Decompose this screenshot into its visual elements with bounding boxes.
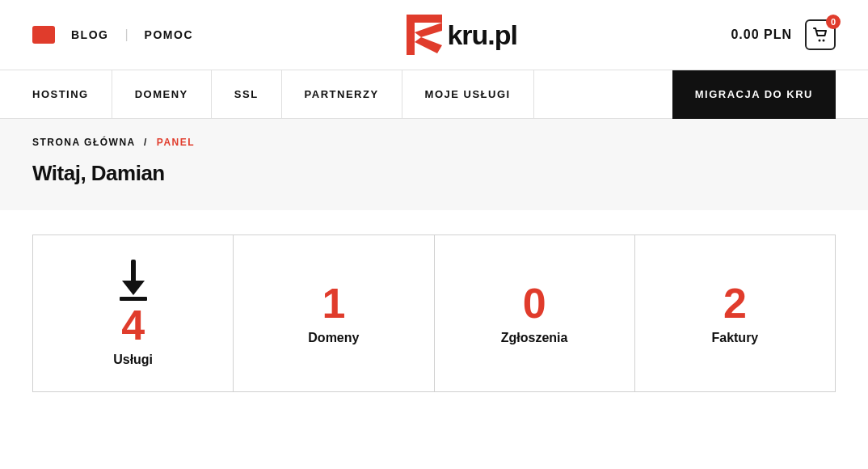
blog-icon — [32, 26, 55, 44]
top-bar-left: BLOG | POMOC — [32, 26, 193, 44]
arrow-head — [122, 281, 145, 295]
card-zgloszenia[interactable]: 0 Zgłoszenia — [434, 234, 635, 392]
nav-bar: HOSTING DOMENY SSL PARTNERZY MOJE USŁUGI… — [0, 70, 868, 119]
nav-item-domeny[interactable]: DOMENY — [112, 70, 212, 119]
cart-svg — [812, 27, 828, 43]
svg-point-4 — [818, 40, 820, 42]
logo-icon — [407, 15, 442, 55]
nav-item-hosting[interactable]: HOSTING — [32, 70, 112, 119]
breadcrumb-area: STRONA GŁÓWNA / PANEL — [0, 119, 868, 148]
breadcrumb-separator: / — [144, 137, 152, 148]
migration-cta-button[interactable]: MIGRACJA DO KRU — [672, 70, 836, 119]
card-uslugi[interactable]: 4 Usługi — [32, 234, 234, 392]
card-domeny[interactable]: 1 Domeny — [233, 234, 434, 392]
svg-marker-1 — [407, 15, 415, 55]
cards-area: 4 Usługi 1 Domeny 0 Zgłoszenia 2 Faktury — [0, 210, 868, 425]
nav-item-ssl[interactable]: SSL — [212, 70, 282, 119]
svg-point-5 — [822, 40, 824, 42]
cart-price: 0.00 PLN — [731, 27, 792, 42]
nav-item-partnerzy[interactable]: PARTNERZY — [282, 70, 402, 119]
download-arrow-icon — [120, 260, 147, 301]
card-number-domeny: 1 — [322, 282, 345, 324]
arrow-base — [120, 297, 147, 301]
breadcrumb-current[interactable]: PANEL — [157, 137, 195, 148]
top-bar-right: 0.00 PLN 0 — [731, 19, 836, 50]
nav-item-moje-uslugi[interactable]: MOJE USŁUGI — [402, 70, 534, 119]
nav-items: HOSTING DOMENY SSL PARTNERZY MOJE USŁUGI — [32, 70, 672, 119]
card-number-uslugi: 4 — [121, 304, 145, 346]
svg-marker-2 — [415, 23, 442, 37]
top-bar: BLOG | POMOC kru.pl 0.00 PLN 0 — [0, 0, 868, 70]
logo-text: kru.pl — [447, 19, 517, 51]
svg-marker-3 — [415, 37, 442, 53]
arrow-shaft — [131, 260, 136, 282]
welcome-area: Witaj, Damian — [0, 148, 868, 210]
welcome-title: Witaj, Damian — [32, 161, 836, 186]
card-number-faktury: 2 — [723, 282, 747, 324]
logo-link[interactable]: kru.pl — [407, 15, 517, 55]
card-faktury[interactable]: 2 Faktury — [634, 234, 836, 392]
blog-link[interactable]: BLOG — [71, 28, 108, 41]
card-label-faktury: Faktury — [711, 331, 758, 345]
cart-icon-wrap[interactable]: 0 — [805, 19, 836, 50]
nav-separator: | — [124, 27, 128, 42]
cart-badge: 0 — [826, 15, 841, 29]
card-label-zgloszenia: Zgłoszenia — [501, 331, 568, 345]
card-number-zgloszenia: 0 — [523, 282, 546, 324]
help-link[interactable]: POMOC — [145, 28, 193, 41]
breadcrumb-home[interactable]: STRONA GŁÓWNA — [32, 137, 135, 148]
card-label-domeny: Domeny — [308, 331, 359, 345]
card-label-uslugi: Usługi — [113, 353, 153, 367]
breadcrumb: STRONA GŁÓWNA / PANEL — [32, 137, 836, 148]
